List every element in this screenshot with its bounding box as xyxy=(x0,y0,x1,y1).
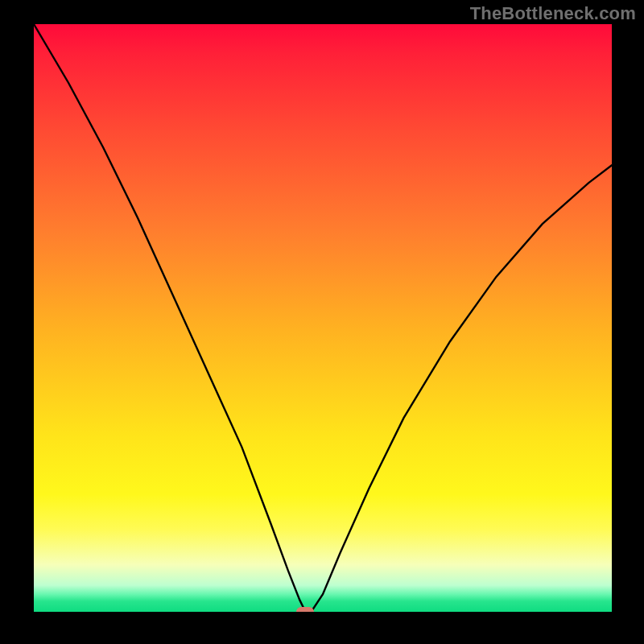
chart-frame: TheBottleneck.com xyxy=(0,0,644,644)
plot-area xyxy=(34,24,612,612)
curve-svg xyxy=(34,24,612,612)
bottleneck-curve-path xyxy=(34,24,612,612)
minimum-marker xyxy=(296,607,314,612)
watermark-text: TheBottleneck.com xyxy=(470,3,636,24)
